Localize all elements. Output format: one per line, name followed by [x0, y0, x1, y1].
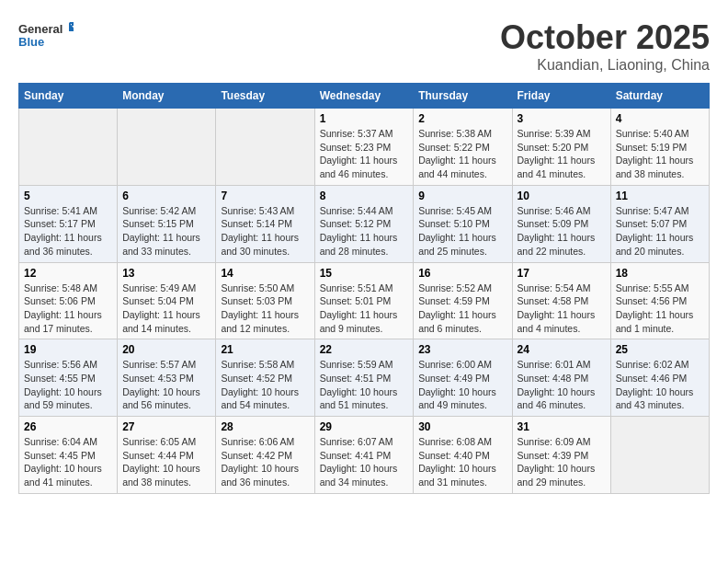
sunset-label: Sunset: 4:41 PM — [320, 450, 392, 461]
sunrise-label: Sunrise: 6:09 AM — [518, 436, 591, 447]
sunrise-label: Sunrise: 5:41 AM — [24, 205, 97, 216]
day-info: Sunrise: 5:38 AM Sunset: 5:22 PM Dayligh… — [418, 127, 506, 181]
sunset-label: Sunset: 5:01 PM — [320, 295, 392, 306]
daylight-label: Daylight: 11 hours and 38 minutes. — [616, 155, 694, 179]
sunset-label: Sunset: 5:12 PM — [320, 218, 392, 229]
calendar-cell: 11 Sunrise: 5:47 AM Sunset: 5:07 PM Dayl… — [610, 185, 709, 262]
calendar-cell: 12 Sunrise: 5:48 AM Sunset: 5:06 PM Dayl… — [19, 262, 118, 339]
calendar-cell: 8 Sunrise: 5:44 AM Sunset: 5:12 PM Dayli… — [314, 185, 414, 262]
day-number: 18 — [616, 267, 704, 280]
day-number: 21 — [221, 343, 309, 356]
calendar-cell — [118, 109, 216, 186]
calendar-cell: 29 Sunrise: 6:07 AM Sunset: 4:41 PM Dayl… — [314, 417, 414, 494]
calendar-cell: 16 Sunrise: 5:52 AM Sunset: 4:59 PM Dayl… — [414, 262, 512, 339]
daylight-label: Daylight: 11 hours and 20 minutes. — [616, 232, 694, 257]
sunrise-label: Sunrise: 5:44 AM — [320, 205, 393, 216]
sunset-label: Sunset: 5:07 PM — [616, 218, 688, 229]
calendar-cell: 15 Sunrise: 5:51 AM Sunset: 5:01 PM Dayl… — [314, 262, 414, 339]
location-subtitle: Kuandian, Liaoning, China — [500, 57, 710, 74]
calendar-cell: 18 Sunrise: 5:55 AM Sunset: 4:56 PM Dayl… — [610, 262, 709, 339]
day-info: Sunrise: 5:42 AM Sunset: 5:15 PM Dayligh… — [122, 204, 210, 259]
daylight-label: Daylight: 10 hours and 51 minutes. — [320, 386, 398, 411]
sunrise-label: Sunrise: 6:02 AM — [616, 359, 689, 370]
daylight-label: Daylight: 11 hours and 25 minutes. — [418, 232, 496, 257]
daylight-label: Daylight: 10 hours and 36 minutes. — [221, 463, 299, 488]
day-info: Sunrise: 6:02 AM Sunset: 4:46 PM Dayligh… — [616, 358, 704, 412]
day-number: 14 — [221, 267, 309, 280]
daylight-label: Daylight: 10 hours and 56 minutes. — [122, 386, 200, 411]
daylight-label: Daylight: 11 hours and 28 minutes. — [320, 232, 398, 257]
sunset-label: Sunset: 4:49 PM — [418, 373, 490, 384]
calendar-cell: 21 Sunrise: 5:58 AM Sunset: 4:52 PM Dayl… — [216, 339, 314, 417]
day-number: 25 — [616, 343, 704, 356]
day-info: Sunrise: 5:43 AM Sunset: 5:14 PM Dayligh… — [221, 204, 309, 259]
sunrise-label: Sunrise: 5:50 AM — [221, 282, 294, 293]
sunset-label: Sunset: 5:03 PM — [221, 295, 292, 306]
sunrise-label: Sunrise: 5:39 AM — [518, 128, 591, 139]
sunset-label: Sunset: 4:52 PM — [221, 373, 292, 384]
daylight-label: Daylight: 11 hours and 9 minutes. — [320, 309, 398, 334]
sunrise-label: Sunrise: 5:37 AM — [320, 128, 393, 139]
calendar-cell: 30 Sunrise: 6:08 AM Sunset: 4:40 PM Dayl… — [414, 417, 512, 494]
sunrise-label: Sunrise: 5:45 AM — [418, 205, 492, 216]
calendar-cell — [610, 417, 709, 494]
svg-rect-3 — [70, 22, 74, 24]
daylight-label: Daylight: 11 hours and 14 minutes. — [122, 309, 200, 334]
day-number: 17 — [518, 267, 606, 280]
sunrise-label: Sunrise: 5:51 AM — [320, 282, 393, 293]
daylight-label: Daylight: 11 hours and 30 minutes. — [221, 232, 299, 257]
svg-rect-4 — [72, 24, 74, 26]
day-number: 5 — [24, 190, 112, 202]
daylight-label: Daylight: 10 hours and 43 minutes. — [616, 386, 694, 411]
header-thursday: Thursday — [414, 84, 512, 109]
header-wednesday: Wednesday — [314, 84, 414, 109]
calendar-cell: 17 Sunrise: 5:54 AM Sunset: 4:58 PM Dayl… — [512, 262, 610, 339]
day-number: 12 — [24, 267, 112, 280]
day-info: Sunrise: 6:00 AM Sunset: 4:49 PM Dayligh… — [418, 358, 506, 412]
day-number: 1 — [320, 112, 409, 125]
calendar-cell: 3 Sunrise: 5:39 AM Sunset: 5:20 PM Dayli… — [512, 109, 610, 186]
calendar-week-5: 26 Sunrise: 6:04 AM Sunset: 4:45 PM Dayl… — [19, 417, 710, 494]
day-info: Sunrise: 5:57 AM Sunset: 4:53 PM Dayligh… — [122, 358, 210, 412]
calendar-cell: 26 Sunrise: 6:04 AM Sunset: 4:45 PM Dayl… — [19, 417, 118, 494]
daylight-label: Daylight: 10 hours and 54 minutes. — [221, 386, 299, 411]
daylight-label: Daylight: 11 hours and 46 minutes. — [320, 155, 398, 179]
sunrise-label: Sunrise: 6:01 AM — [518, 359, 591, 370]
day-info: Sunrise: 5:44 AM Sunset: 5:12 PM Dayligh… — [320, 204, 409, 259]
page-header: General Blue October 2025 Kuandian, Liao… — [18, 18, 710, 74]
day-info: Sunrise: 5:41 AM Sunset: 5:17 PM Dayligh… — [24, 204, 112, 259]
day-number: 7 — [221, 190, 309, 202]
sunrise-label: Sunrise: 5:48 AM — [24, 282, 97, 293]
sunrise-label: Sunrise: 5:43 AM — [221, 205, 294, 216]
day-number: 23 — [418, 343, 506, 356]
calendar-table: Sunday Monday Tuesday Wednesday Thursday… — [18, 83, 710, 494]
sunrise-label: Sunrise: 5:56 AM — [24, 359, 97, 370]
calendar-cell: 23 Sunrise: 6:00 AM Sunset: 4:49 PM Dayl… — [414, 339, 512, 417]
day-number: 6 — [122, 190, 210, 202]
day-number: 9 — [418, 190, 506, 202]
sunset-label: Sunset: 5:04 PM — [122, 295, 194, 306]
svg-text:Blue: Blue — [18, 35, 44, 49]
sunset-label: Sunset: 4:45 PM — [24, 450, 96, 461]
sunrise-label: Sunrise: 6:07 AM — [320, 436, 393, 447]
sunset-label: Sunset: 5:09 PM — [518, 218, 589, 229]
day-info: Sunrise: 6:04 AM Sunset: 4:45 PM Dayligh… — [24, 435, 112, 489]
daylight-label: Daylight: 11 hours and 41 minutes. — [518, 155, 596, 179]
day-number: 19 — [24, 343, 112, 356]
calendar-cell: 24 Sunrise: 6:01 AM Sunset: 4:48 PM Dayl… — [512, 339, 610, 417]
sunset-label: Sunset: 5:22 PM — [418, 142, 490, 153]
sunrise-label: Sunrise: 6:08 AM — [418, 436, 492, 447]
day-number: 22 — [320, 343, 409, 356]
calendar-cell: 2 Sunrise: 5:38 AM Sunset: 5:22 PM Dayli… — [414, 109, 512, 186]
day-info: Sunrise: 5:49 AM Sunset: 5:04 PM Dayligh… — [122, 282, 210, 336]
day-number: 30 — [418, 420, 506, 433]
day-info: Sunrise: 5:52 AM Sunset: 4:59 PM Dayligh… — [418, 282, 506, 336]
sunrise-label: Sunrise: 5:58 AM — [221, 359, 294, 370]
daylight-label: Daylight: 10 hours and 34 minutes. — [320, 463, 398, 488]
day-info: Sunrise: 5:39 AM Sunset: 5:20 PM Dayligh… — [518, 127, 606, 181]
sunset-label: Sunset: 5:19 PM — [616, 142, 688, 153]
month-title: October 2025 — [500, 18, 710, 57]
daylight-label: Daylight: 11 hours and 6 minutes. — [418, 309, 496, 334]
daylight-label: Daylight: 11 hours and 1 minute. — [616, 309, 694, 334]
calendar-week-3: 12 Sunrise: 5:48 AM Sunset: 5:06 PM Dayl… — [19, 262, 710, 339]
